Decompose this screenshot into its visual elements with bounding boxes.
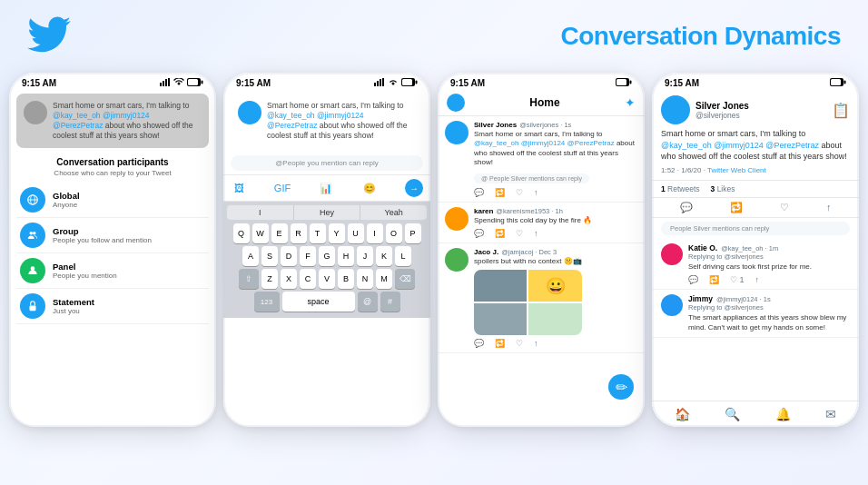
retweet-icon[interactable]: 🔁 (709, 275, 719, 284)
like-icon[interactable]: ♡ (516, 188, 523, 197)
key-x[interactable]: X (281, 269, 297, 289)
key-hash[interactable]: # (380, 292, 400, 312)
reply2-content: Jimmy @jimmyj0124 · 1s Replying to @silv… (688, 294, 850, 332)
suggestion-2[interactable]: Hey (294, 205, 361, 220)
like-icon[interactable]: ♡ (516, 229, 523, 238)
key-a[interactable]: A (242, 246, 259, 266)
phone4-main-tweet: Silver Jones @silverjones 📋 Smart home o… (652, 90, 859, 181)
key-s[interactable]: S (261, 246, 278, 266)
panel-icon (20, 258, 45, 283)
key-k[interactable]: K (376, 246, 392, 266)
key-v[interactable]: V (319, 269, 335, 289)
reply-icon[interactable]: 💬 (474, 229, 484, 238)
suggestion-3[interactable]: Yeah (360, 205, 427, 220)
key-p[interactable]: P (405, 223, 421, 243)
key-e[interactable]: E (271, 223, 288, 243)
compose-fab[interactable]: ✏ (608, 374, 634, 400)
suggestion-1[interactable]: I (227, 205, 294, 220)
key-l[interactable]: L (395, 246, 411, 266)
like-icon[interactable]: ♡ (780, 202, 789, 213)
key-f[interactable]: F (300, 246, 316, 266)
phone4-user-handle: @silverjones (695, 111, 749, 120)
phone4-actions: 💬 🔁 ♡ ↑ (652, 198, 859, 218)
key-h[interactable]: H (338, 246, 354, 266)
home-icon[interactable]: 🏠 (675, 407, 690, 421)
notifications-icon[interactable]: 🔔 (775, 407, 791, 421)
list-icon[interactable]: 📊 (318, 180, 334, 196)
phone1-option-group[interactable]: Group People you follow and mention (16, 218, 209, 253)
reply1-handle: @kay_tee_oh · 1m (721, 244, 778, 252)
svg-rect-22 (630, 81, 632, 84)
key-w[interactable]: W (252, 223, 269, 243)
keyboard-row-3: ⇧ Z X C V B N M ⌫ (227, 269, 427, 289)
key-j[interactable]: J (357, 246, 373, 266)
key-m[interactable]: M (376, 269, 392, 289)
messages-icon[interactable]: ✉ (825, 407, 836, 421)
send-button[interactable]: → (405, 179, 423, 197)
phone4-user-row: Silver Jones @silverjones 📋 (661, 95, 850, 124)
key-o[interactable]: O (386, 223, 402, 243)
retweet-icon[interactable]: 🔁 (730, 202, 743, 213)
phone1-tweet-preview: Smart home or smart cars, I'm talking to… (16, 94, 209, 148)
key-t[interactable]: T (310, 223, 326, 243)
tweet3-content: Jaco J. @jamjacoj · Dec 3 spoilers but w… (474, 248, 582, 348)
tweet3-handle: @jamjacoj · Dec 3 (501, 248, 557, 256)
key-y[interactable]: Y (329, 223, 345, 243)
key-g[interactable]: G (319, 246, 335, 266)
key-i[interactable]: I (367, 223, 383, 243)
tweet3-media: 😀 (474, 270, 582, 335)
key-123[interactable]: 123 (254, 292, 280, 312)
keyboard-row-2: A S D F G H J K L (227, 246, 427, 266)
key-r[interactable]: R (291, 223, 307, 243)
phone4-tweet-body: Smart home or smart cars, I'm talking to… (661, 128, 850, 163)
svg-rect-23 (616, 79, 626, 85)
follow-button[interactable]: 📋 (832, 102, 850, 119)
twitter-logo (27, 16, 71, 56)
phone4-avatar (661, 95, 690, 124)
tweet2-handle: @karenisme1953 · 1h (496, 207, 563, 215)
svg-rect-14 (374, 83, 376, 86)
share-icon[interactable]: ↑ (755, 275, 760, 284)
key-n[interactable]: N (357, 269, 373, 289)
like-icon[interactable]: ♡ (516, 339, 523, 348)
tweet-item-3: Jaco J. @jamjacoj · Dec 3 spoilers but w… (438, 243, 645, 353)
key-shift[interactable]: ⇧ (239, 269, 259, 289)
key-q[interactable]: Q (233, 223, 250, 243)
emoji-icon[interactable]: 😊 (361, 180, 378, 196)
like-icon[interactable]: ♡ 1 (730, 275, 745, 284)
key-u[interactable]: U (348, 223, 364, 243)
reply-icon[interactable]: 💬 (680, 202, 693, 213)
retweet-icon[interactable]: 🔁 (495, 339, 505, 348)
key-d[interactable]: D (281, 246, 297, 266)
search-icon[interactable]: 🔍 (725, 407, 740, 421)
reply-icon[interactable]: 💬 (688, 275, 698, 284)
key-space[interactable]: space (282, 292, 355, 312)
svg-rect-3 (168, 78, 170, 86)
sparkle-icon[interactable]: ✦ (625, 95, 636, 110)
wifi-icon (173, 78, 184, 88)
phone1-section-title: Conversation participants (16, 157, 209, 167)
key-c[interactable]: C (300, 269, 316, 289)
phone1-option-panel[interactable]: Panel People you mention (16, 253, 209, 289)
key-z[interactable]: Z (261, 269, 278, 289)
share-icon[interactable]: ↑ (826, 202, 832, 213)
share-icon[interactable]: ↑ (534, 339, 538, 348)
image-icon[interactable]: 🖼 (231, 180, 247, 196)
tweet3-body: spoilers but with no context 🤫📺 (474, 257, 582, 266)
key-at[interactable]: @ (358, 292, 378, 312)
key-b[interactable]: B (338, 269, 354, 289)
share-icon[interactable]: ↑ (534, 229, 538, 238)
retweet-icon[interactable]: 🔁 (495, 188, 505, 197)
phone4-bottom-nav: 🏠 🔍 🔔 ✉ (652, 401, 859, 427)
reply2-handle: @jimmyj0124 · 1s (716, 295, 771, 303)
gif-icon[interactable]: GIF (274, 180, 291, 196)
reply-icon[interactable]: 💬 (474, 188, 484, 197)
phone1-option-statement[interactable]: Statement Just you (16, 289, 209, 324)
reply-icon[interactable]: 💬 (474, 339, 484, 348)
tweet3-avatar (445, 248, 469, 272)
key-delete[interactable]: ⌫ (395, 269, 415, 289)
share-icon[interactable]: ↑ (534, 188, 538, 197)
retweet-icon[interactable]: 🔁 (495, 229, 505, 238)
phone1-option-global[interactable]: Global Anyone (16, 183, 209, 218)
tweet1-name: Silver Jones (474, 121, 517, 129)
